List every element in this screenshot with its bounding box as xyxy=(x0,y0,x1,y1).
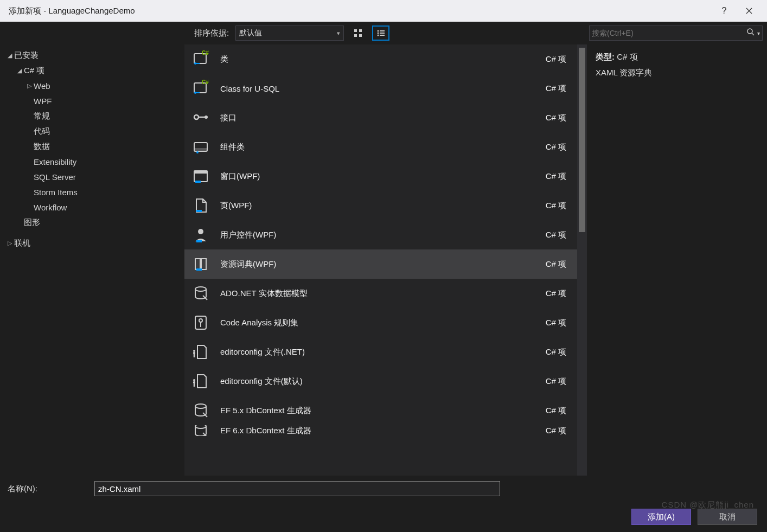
template-tag: C# 项 xyxy=(546,142,570,152)
tree-wpf[interactable]: ·WPF xyxy=(5,93,184,108)
template-list-wrap: 类C# 项Class for U-SQLC# 项接口C# 项组件类C# 项窗口(… xyxy=(184,44,587,476)
name-label: 名称(N): xyxy=(8,484,88,494)
template-name: EF 5.x DbContext 生成器 xyxy=(220,406,536,416)
svg-rect-2 xyxy=(354,34,357,37)
svg-rect-1 xyxy=(359,29,362,32)
svg-line-11 xyxy=(752,33,754,35)
name-input[interactable] xyxy=(94,481,500,496)
template-tag: C# 项 xyxy=(546,347,570,357)
template-item[interactable]: EF 5.x DbContext 生成器C# 项 xyxy=(184,396,577,425)
tree-label: SQL Server xyxy=(34,172,76,182)
main-area: ◢ 已安装 ◢ C# 项 ▷Web ·WPF ·常规 ·代码 ·数据 ·Exte… xyxy=(0,44,767,476)
svg-point-8 xyxy=(378,35,379,36)
template-tag: C# 项 xyxy=(546,201,570,211)
add-button[interactable]: 添加(A) xyxy=(631,509,691,525)
toolbar: 排序依据: 默认值 ▾ ▾ xyxy=(0,22,767,44)
interface-icon xyxy=(191,108,210,127)
sort-label: 排序依据: xyxy=(194,28,229,39)
template-item[interactable]: editorconfig 文件(.NET)C# 项 xyxy=(184,337,577,367)
search-icon[interactable] xyxy=(745,28,756,39)
tree-installed[interactable]: ◢ 已安装 xyxy=(5,48,184,63)
template-tag: C# 项 xyxy=(546,289,570,299)
template-name: editorconfig 文件(默认) xyxy=(220,376,536,387)
cancel-button[interactable]: 取消 xyxy=(698,509,757,525)
template-name: 类 xyxy=(220,54,536,65)
tree-storm-items[interactable]: ·Storm Items xyxy=(5,184,184,200)
sort-dropdown[interactable]: 默认值 ▾ xyxy=(235,25,344,41)
template-name: 窗口(WPF) xyxy=(220,171,536,182)
svg-point-6 xyxy=(378,33,379,34)
tree-data[interactable]: ·数据 xyxy=(5,139,184,154)
template-tag: C# 项 xyxy=(546,318,570,328)
template-item[interactable]: Class for U-SQLC# 项 xyxy=(184,74,577,103)
template-name: ADO.NET 实体数据模型 xyxy=(220,289,536,299)
tree-online[interactable]: ▷ 联机 xyxy=(5,235,184,251)
tree-label: Web xyxy=(34,81,50,91)
tree-code[interactable]: ·代码 xyxy=(5,124,184,139)
template-name: EF 6.x DbContext 生成器 xyxy=(220,426,536,436)
template-item[interactable]: 类C# 项 xyxy=(184,44,577,74)
search-chevron-icon[interactable]: ▾ xyxy=(756,30,760,36)
template-list[interactable]: 类C# 项Class for U-SQLC# 项接口C# 项组件类C# 项窗口(… xyxy=(184,44,577,476)
svg-rect-3 xyxy=(359,34,362,37)
view-list-button[interactable] xyxy=(372,25,389,41)
tree-label: 数据 xyxy=(34,142,50,152)
expand-icon: ◢ xyxy=(15,67,24,74)
tree-label: 联机 xyxy=(14,238,30,248)
template-tag: C# 项 xyxy=(546,113,570,123)
help-button[interactable]: ? xyxy=(712,0,737,22)
tree-label: 代码 xyxy=(34,126,50,137)
template-item[interactable]: 组件类C# 项 xyxy=(184,132,577,162)
template-item[interactable]: Code Analysis 规则集C# 项 xyxy=(184,308,577,337)
chevron-down-icon: ▾ xyxy=(337,30,340,37)
template-item[interactable]: EF 6.x DbContext 生成器C# 项 xyxy=(184,425,577,436)
tree-general[interactable]: ·常规 xyxy=(5,108,184,124)
tree-label: 常规 xyxy=(34,111,50,121)
tree-label: Extensibility xyxy=(34,157,76,166)
collapse-icon: ▷ xyxy=(5,240,14,247)
tree-graphic[interactable]: ·图形 xyxy=(5,215,184,230)
tree-label: Workflow xyxy=(34,203,67,212)
tree-label: C# 项 xyxy=(24,66,44,76)
svg-rect-7 xyxy=(380,33,385,34)
category-tree: ◢ 已安装 ◢ C# 项 ▷Web ·WPF ·常规 ·代码 ·数据 ·Exte… xyxy=(0,44,184,476)
search-input[interactable] xyxy=(592,29,745,37)
tree-sql-server[interactable]: ·SQL Server xyxy=(5,169,184,184)
scroll-thumb[interactable] xyxy=(579,48,585,232)
grid-icon xyxy=(354,29,362,37)
tree-label: WPF xyxy=(34,97,52,106)
view-grid-button[interactable] xyxy=(349,25,367,41)
template-item[interactable]: 资源词典(WPF)C# 项 xyxy=(184,249,577,279)
expand-icon: ◢ xyxy=(5,52,14,59)
template-item[interactable]: 用户控件(WPF)C# 项 xyxy=(184,220,577,249)
user-icon xyxy=(191,225,210,245)
close-button[interactable] xyxy=(737,0,762,22)
template-name: 用户控件(WPF) xyxy=(220,230,536,240)
detail-description: XAML 资源字典 xyxy=(596,68,759,78)
template-tag: C# 项 xyxy=(546,230,570,240)
template-tag: C# 项 xyxy=(546,54,570,65)
tree-web[interactable]: ▷Web xyxy=(5,78,184,93)
tree-workflow[interactable]: ·Workflow xyxy=(5,200,184,215)
tree-extensibility[interactable]: ·Extensibility xyxy=(5,154,184,169)
class-icon xyxy=(191,79,210,98)
window-title: 添加新项 - LanguageChangeDemo xyxy=(5,6,712,16)
template-name: Class for U-SQL xyxy=(220,84,536,93)
svg-point-4 xyxy=(378,30,379,32)
scrollbar-vertical[interactable] xyxy=(577,44,587,476)
svg-rect-0 xyxy=(354,29,357,32)
template-item[interactable]: 页(WPF)C# 项 xyxy=(184,191,577,220)
template-item[interactable]: 窗口(WPF)C# 项 xyxy=(184,162,577,191)
svg-rect-5 xyxy=(380,30,385,31)
tree-label: 图形 xyxy=(24,217,40,228)
svg-point-10 xyxy=(747,29,752,34)
list-icon xyxy=(376,29,385,37)
template-item[interactable]: ADO.NET 实体数据模型C# 项 xyxy=(184,279,577,308)
tree-csharp-items[interactable]: ◢ C# 项 xyxy=(5,63,184,78)
template-item[interactable]: 接口C# 项 xyxy=(184,103,577,132)
page-icon xyxy=(191,196,210,215)
search-box[interactable]: ▾ xyxy=(589,25,763,41)
template-item[interactable]: editorconfig 文件(默认)C# 项 xyxy=(184,367,577,396)
detail-pane: 类型: C# 项 XAML 资源字典 xyxy=(588,44,767,476)
template-tag: C# 项 xyxy=(546,376,570,387)
